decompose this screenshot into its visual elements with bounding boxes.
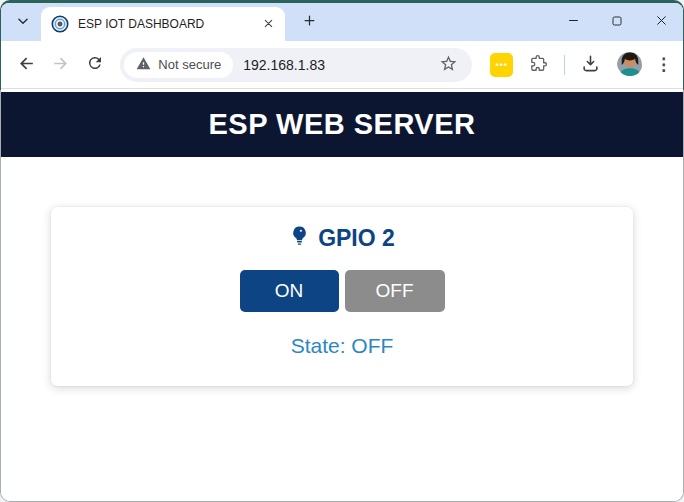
back-arrow-icon <box>17 54 36 76</box>
gpio-state-text: State: OFF <box>51 334 633 358</box>
refresh-button[interactable] <box>80 49 110 81</box>
extension-badge-dots-icon: ••• <box>496 60 508 70</box>
maximize-button[interactable] <box>595 6 639 38</box>
gpio-button-row: ON OFF <box>51 270 633 312</box>
gpio-on-button[interactable]: ON <box>240 270 339 312</box>
forward-button[interactable] <box>45 49 75 81</box>
extensions-button[interactable] <box>525 51 552 79</box>
close-window-button[interactable] <box>639 6 683 38</box>
minimize-button[interactable] <box>551 6 595 38</box>
url-text[interactable]: 192.168.1.83 <box>243 57 436 73</box>
close-icon <box>263 17 274 32</box>
lightbulb-icon <box>289 225 310 252</box>
window-controls <box>551 6 683 38</box>
star-icon <box>439 54 458 76</box>
refresh-icon <box>86 54 104 75</box>
tab-search-button[interactable] <box>9 8 37 36</box>
web-page: ESP WEB SERVER GPIO 2 ON <box>1 89 683 501</box>
toolbar-divider <box>564 55 565 75</box>
chevron-down-icon <box>16 14 30 31</box>
profile-avatar-button[interactable] <box>617 52 642 78</box>
browser-toolbar: Not secure 192.168.1.83 ••• <box>1 41 683 89</box>
security-chip[interactable]: Not secure <box>124 52 233 78</box>
plus-icon <box>302 13 317 31</box>
gpio-card: GPIO 2 ON OFF State: OFF <box>51 207 633 386</box>
esp-favicon-icon <box>51 15 69 33</box>
browser-window: ESP IOT DASHBOARD <box>0 0 684 502</box>
bookmark-star-button[interactable] <box>436 53 460 77</box>
minimize-icon <box>567 14 580 30</box>
tab-title: ESP IOT DASHBOARD <box>78 17 259 31</box>
download-icon <box>581 54 600 76</box>
maximize-icon <box>611 15 623 30</box>
page-title: ESP WEB SERVER <box>208 108 475 141</box>
warning-icon <box>136 56 151 74</box>
chrome-frame: ESP IOT DASHBOARD <box>1 3 683 501</box>
gpio-card-title-text: GPIO 2 <box>318 225 395 252</box>
puzzle-icon <box>529 54 548 76</box>
tab-strip: ESP IOT DASHBOARD <box>1 3 683 41</box>
download-button[interactable] <box>577 51 604 79</box>
back-button[interactable] <box>11 49 41 81</box>
gpio-off-button[interactable]: OFF <box>345 270 445 312</box>
extension-badge-button[interactable]: ••• <box>490 53 513 77</box>
address-bar[interactable]: Not secure 192.168.1.83 <box>120 48 472 82</box>
close-icon <box>655 14 668 30</box>
kebab-menu-icon: ⋮ <box>655 54 672 75</box>
security-label: Not secure <box>158 57 221 72</box>
new-tab-button[interactable] <box>295 8 323 36</box>
page-header: ESP WEB SERVER <box>1 92 683 157</box>
forward-arrow-icon <box>51 54 70 76</box>
browser-tab[interactable]: ESP IOT DASHBOARD <box>41 7 285 41</box>
avatar <box>617 52 642 78</box>
tab-close-button[interactable] <box>259 15 277 33</box>
menu-button[interactable]: ⋮ <box>652 51 675 79</box>
gpio-card-title: GPIO 2 <box>289 225 395 252</box>
